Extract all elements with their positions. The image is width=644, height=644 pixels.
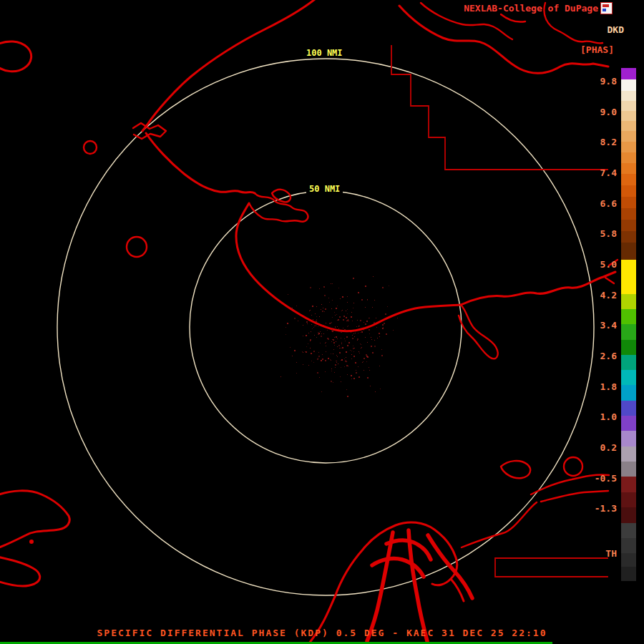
radar-echo-pixel bbox=[313, 327, 314, 328]
color-scale-segment bbox=[621, 324, 636, 340]
radar-echo-pixel bbox=[303, 364, 303, 365]
radar-echo-pixel bbox=[318, 352, 319, 353]
radar-echo-pixel bbox=[333, 343, 334, 343]
radar-echo-pixel bbox=[359, 326, 360, 326]
color-scale-segment bbox=[621, 416, 636, 431]
radar-echo-pixel bbox=[381, 355, 383, 356]
radar-echo-pixel bbox=[339, 316, 341, 318]
radar-echo-pixel bbox=[346, 365, 348, 366]
radar-echo-pixel bbox=[356, 326, 357, 327]
radar-echo-pixel bbox=[379, 366, 380, 366]
radar-echo-pixel bbox=[325, 371, 326, 372]
color-scale-segment bbox=[621, 309, 636, 324]
radar-echo-pixel bbox=[347, 396, 348, 397]
radar-echo-pixel bbox=[348, 342, 350, 343]
radar-echo-pixel bbox=[322, 325, 323, 326]
radar-echo-pixel bbox=[296, 362, 297, 363]
radar-echo-pixel bbox=[364, 330, 364, 331]
radar-echo-pixel bbox=[345, 341, 346, 341]
radar-echo-pixel bbox=[305, 351, 306, 352]
radar-echo-pixel bbox=[326, 342, 326, 343]
radar-echo-pixel bbox=[382, 324, 384, 326]
product-caption: SPECIFIC DIFFERENTIAL PHASE (KDP) 0.5 DE… bbox=[0, 628, 644, 638]
radar-echo-pixel bbox=[365, 323, 366, 325]
radar-echo-pixel bbox=[287, 323, 288, 324]
radar-echo-pixel bbox=[329, 302, 330, 303]
radar-echo-pixel bbox=[353, 303, 354, 303]
radar-echo-pixel bbox=[306, 351, 307, 353]
radar-echo-pixel bbox=[355, 333, 356, 333]
radar-echo-pixel bbox=[352, 335, 353, 336]
color-scale-segment bbox=[621, 431, 636, 447]
radar-echo-pixel bbox=[339, 348, 340, 348]
scale-tick-1.8: 1.8 bbox=[600, 381, 617, 391]
radar-echo-pixel bbox=[321, 304, 322, 305]
color-scale-segment bbox=[621, 370, 636, 385]
radar-echo-pixel bbox=[385, 313, 386, 315]
radar-echo-pixel bbox=[347, 320, 348, 321]
radar-echo-pixel bbox=[311, 361, 312, 361]
radar-echo-pixel bbox=[348, 321, 349, 321]
radar-echo-pixel bbox=[308, 333, 309, 333]
radar-echo-pixel bbox=[336, 341, 336, 342]
radar-echo-pixel bbox=[343, 319, 344, 321]
radar-echo-pixel bbox=[341, 338, 341, 338]
radar-echo-pixel bbox=[334, 328, 335, 329]
radar-echo-pixel bbox=[335, 367, 336, 368]
radar-echo-pixel bbox=[347, 313, 348, 314]
radar-echo-pixel bbox=[320, 343, 321, 343]
radar-echo-pixel bbox=[319, 288, 320, 289]
radar-echo-pixel bbox=[351, 358, 352, 359]
color-scale-segment bbox=[621, 294, 636, 309]
radar-echo-pixel bbox=[331, 381, 332, 382]
radar-echo-pixel bbox=[296, 306, 297, 306]
scale-threshold-label: TH bbox=[605, 548, 617, 559]
radar-echo-pixel bbox=[313, 362, 314, 363]
radar-echo-pixel bbox=[352, 321, 353, 321]
radar-echo-pixel bbox=[357, 338, 358, 340]
radar-echo-pixel bbox=[353, 308, 353, 308]
radar-echo-pixel bbox=[322, 311, 323, 312]
radar-echo-pixel bbox=[314, 335, 315, 336]
radar-echo-pixel bbox=[346, 361, 347, 362]
radar-echo-pixel bbox=[337, 320, 338, 321]
radar-echo-pixel bbox=[347, 374, 348, 375]
radar-echo-pixel bbox=[341, 360, 341, 361]
radar-echo-pixel bbox=[360, 332, 361, 333]
radar-echo-pixel bbox=[330, 359, 331, 360]
radar-echo-pixel bbox=[323, 333, 324, 334]
radar-echo-pixel bbox=[365, 337, 366, 338]
radar-echo-pixel bbox=[341, 348, 341, 348]
radar-echo-pixel bbox=[357, 340, 358, 341]
radar-echo-pixel bbox=[346, 336, 348, 338]
radar-echo-pixel bbox=[317, 372, 318, 374]
scale-tick-1.0: 1.0 bbox=[600, 411, 617, 422]
radar-echo-pixel bbox=[331, 328, 331, 328]
radar-echo-pixel bbox=[326, 323, 326, 323]
radar-echo-pixel bbox=[344, 329, 346, 331]
radar-echo-pixel bbox=[318, 323, 318, 323]
radar-echo-pixel bbox=[336, 355, 337, 356]
radar-echo-pixel bbox=[338, 288, 339, 288]
radar-echo-pixel bbox=[351, 375, 352, 376]
radar-echo-pixel bbox=[372, 307, 373, 308]
radar-echo-pixel bbox=[335, 327, 336, 328]
radar-echo-pixel bbox=[382, 328, 384, 329]
radar-echo-pixel bbox=[328, 338, 328, 339]
radar-echo-pixel bbox=[358, 326, 359, 327]
radar-echo-pixel bbox=[366, 328, 366, 328]
radar-echo-pixel bbox=[354, 356, 355, 356]
radar-echo-pixel bbox=[338, 364, 338, 364]
scale-tick-5.8: 5.8 bbox=[600, 228, 617, 239]
radar-echo-pixel bbox=[374, 346, 376, 347]
radar-echo-pixel bbox=[337, 338, 338, 339]
radar-echo-pixel bbox=[361, 348, 361, 348]
radar-echo-pixel bbox=[344, 316, 345, 317]
radar-echo-pixel bbox=[313, 351, 315, 352]
radar-echo-pixel bbox=[342, 296, 343, 298]
radar-echo-pixel bbox=[339, 352, 341, 353]
radar-echo-pixel bbox=[322, 358, 323, 360]
radar-echo-pixel bbox=[312, 306, 313, 307]
radar-echo-pixel bbox=[337, 346, 338, 347]
radar-echo-pixel bbox=[318, 332, 318, 333]
